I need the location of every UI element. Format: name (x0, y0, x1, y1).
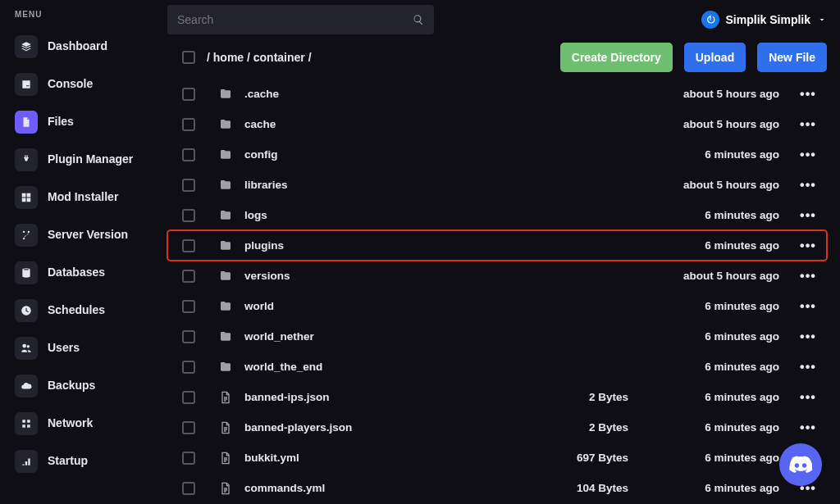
row-menu-button[interactable]: ••• (799, 208, 817, 223)
sidebar-item-users[interactable]: Users (8, 330, 156, 366)
folder-icon (218, 300, 233, 313)
file-row[interactable]: world_nether6 minutes ago••• (167, 321, 827, 352)
row-checkbox[interactable] (182, 421, 195, 434)
file-icon (218, 391, 233, 404)
sidebar-item-console[interactable]: Console (8, 66, 156, 102)
discord-icon (789, 456, 812, 474)
file-row[interactable]: plugins6 minutes ago••• (167, 230, 827, 261)
row-checkbox[interactable] (182, 118, 195, 131)
file-size: 2 Bytes (530, 421, 628, 434)
file-row[interactable]: bukkit.yml697 Bytes6 minutes ago••• (167, 443, 827, 473)
file-time: 6 minutes ago (640, 330, 779, 343)
sidebar-item-startup[interactable]: Startup (8, 443, 156, 479)
row-menu-button[interactable]: ••• (799, 269, 817, 284)
row-menu-button[interactable]: ••• (799, 360, 817, 375)
row-checkbox[interactable] (182, 148, 195, 161)
file-name: logs (244, 209, 518, 221)
sidebar-item-label: Files (48, 115, 74, 129)
terminal-icon (15, 73, 38, 96)
search-icon (413, 14, 424, 25)
file-icon (218, 452, 233, 465)
sidebar-item-label: Users (48, 341, 80, 356)
file-row[interactable]: librariesabout 5 hours ago••• (167, 170, 827, 200)
row-menu-button[interactable]: ••• (799, 420, 817, 435)
net-icon (15, 412, 38, 435)
file-time: 6 minutes ago (640, 452, 779, 464)
breadcrumb[interactable]: / home / container / (207, 51, 312, 64)
file-row[interactable]: world_the_end6 minutes ago••• (167, 352, 827, 382)
file-name: world_the_end (244, 361, 518, 373)
users-icon (15, 337, 38, 360)
sidebar-item-label: Network (48, 416, 93, 431)
file-row[interactable]: logs6 minutes ago••• (167, 200, 827, 230)
plug-icon (15, 148, 38, 171)
file-row[interactable]: banned-players.json2 Bytes6 minutes ago•… (167, 412, 827, 443)
search-input[interactable] (177, 13, 424, 26)
row-menu-button[interactable]: ••• (799, 117, 817, 132)
user-menu[interactable]: Simplik Simplik (701, 11, 827, 29)
sidebar-item-schedules[interactable]: Schedules (8, 293, 156, 329)
file-row[interactable]: banned-ips.json2 Bytes6 minutes ago••• (167, 382, 827, 412)
create-directory-button[interactable]: Create Directory (560, 43, 673, 72)
row-menu-button[interactable]: ••• (799, 299, 817, 314)
sidebar-item-files[interactable]: Files (8, 104, 156, 140)
row-checkbox[interactable] (182, 452, 195, 465)
row-checkbox[interactable] (182, 209, 195, 222)
row-checkbox[interactable] (182, 88, 195, 101)
file-row[interactable]: .cacheabout 5 hours ago••• (167, 79, 827, 109)
row-checkbox[interactable] (182, 239, 195, 252)
sidebar-item-server-version[interactable]: Server Version (8, 217, 156, 253)
new-file-button[interactable]: New File (757, 43, 827, 72)
discord-button[interactable] (779, 443, 822, 486)
select-all-checkbox[interactable] (182, 51, 195, 64)
row-checkbox[interactable] (182, 270, 195, 283)
row-checkbox[interactable] (182, 330, 195, 343)
user-name: Simplik Simplik (726, 13, 810, 26)
sidebar: MENU DashboardConsoleFilesPlugin Manager… (0, 0, 164, 504)
search-input-wrap[interactable] (167, 5, 434, 34)
sidebar-item-backups[interactable]: Backups (8, 368, 156, 404)
file-row[interactable]: cacheabout 5 hours ago••• (167, 109, 827, 139)
file-row[interactable]: versionsabout 5 hours ago••• (167, 261, 827, 291)
row-checkbox[interactable] (182, 300, 195, 313)
file-name: cache (244, 118, 518, 130)
row-menu-button[interactable]: ••• (799, 329, 817, 344)
file-row[interactable]: commands.yml104 Bytes6 minutes ago••• (167, 473, 827, 503)
file-time: 6 minutes ago (640, 148, 779, 161)
file-name: commands.yml (244, 482, 518, 494)
row-checkbox[interactable] (182, 179, 195, 192)
file-row[interactable]: config6 minutes ago••• (167, 139, 827, 170)
file-time: about 5 hours ago (640, 179, 779, 191)
sidebar-item-mod-installer[interactable]: Mod Installer (8, 179, 156, 216)
file-size: 2 Bytes (530, 391, 628, 403)
db-icon (15, 261, 38, 284)
folder-icon (218, 270, 233, 283)
row-checkbox[interactable] (182, 391, 195, 404)
row-checkbox[interactable] (182, 482, 195, 495)
row-menu-button[interactable]: ••• (799, 178, 817, 193)
file-name: plugins (244, 239, 518, 252)
sidebar-item-databases[interactable]: Databases (8, 255, 156, 291)
sidebar-item-plugin-manager[interactable]: Plugin Manager (8, 142, 156, 178)
sidebar-item-label: Backups (48, 379, 95, 393)
folder-icon (218, 148, 233, 161)
sidebar-item-network[interactable]: Network (8, 406, 156, 442)
sidebar-item-dashboard[interactable]: Dashboard (8, 29, 156, 65)
row-menu-button[interactable]: ••• (799, 148, 817, 162)
file-row[interactable]: world6 minutes ago••• (167, 291, 827, 321)
nav-list: DashboardConsoleFilesPlugin ManagerMod I… (8, 29, 156, 479)
sidebar-item-label: Schedules (48, 303, 105, 318)
sidebar-item-label: Server Version (48, 228, 128, 243)
file-time: 6 minutes ago (640, 391, 779, 403)
row-menu-button[interactable]: ••• (799, 87, 817, 102)
file-name: banned-players.json (244, 421, 518, 434)
file-time: 6 minutes ago (640, 300, 779, 312)
row-menu-button[interactable]: ••• (799, 238, 817, 253)
file-time: 6 minutes ago (640, 361, 779, 373)
row-checkbox[interactable] (182, 361, 195, 374)
folder-icon (218, 209, 233, 222)
main: Simplik Simplik / home / container / Cre… (164, 0, 840, 504)
row-menu-button[interactable]: ••• (799, 390, 817, 405)
file-time: 6 minutes ago (640, 239, 779, 252)
upload-button[interactable]: Upload (684, 43, 746, 72)
